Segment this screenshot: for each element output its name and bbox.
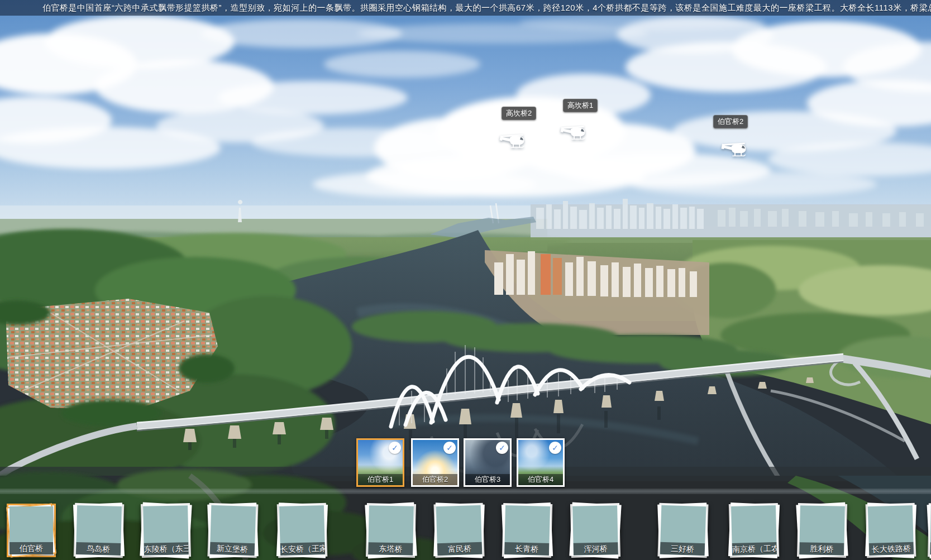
banner-text: 伯官桥是中国首座“六跨中承式飘带形提篮拱桥”，造型别致，宛如河上的一条飘带。拱圈… xyxy=(0,0,931,16)
filmstrip-tile-image: 长安桥（王家 xyxy=(279,505,325,556)
hotspot-label[interactable]: 高坎桥2 xyxy=(502,107,536,120)
filmstrip-tile-6[interactable]: 东塔桥 xyxy=(366,503,416,558)
filmstrip-tile-7[interactable]: 富民桥 xyxy=(434,503,485,558)
filmstrip-tile-image: 长青桥 xyxy=(504,505,550,556)
helicopter-icon[interactable] xyxy=(499,132,531,151)
filmstrip-tile-image: 胜利桥 xyxy=(799,505,845,556)
filmstrip-tile-14[interactable] xyxy=(928,503,931,558)
filmstrip-tile-10[interactable]: 三好桥 xyxy=(658,503,709,558)
filmstrip-tile-label: 南京桥（工农 xyxy=(732,542,777,556)
filmstrip-tile-3[interactable]: 东陵桥（东三 xyxy=(141,503,191,558)
filmstrip-tile-label: 富民桥 xyxy=(437,542,483,556)
selected-check-icon[interactable]: ✓ xyxy=(443,442,456,454)
filmstrip-tile-image: 长大铁路桥 xyxy=(868,505,914,556)
filmstrip-tile-9[interactable]: 浑河桥 xyxy=(570,503,620,558)
filmstrip-tile-2[interactable]: 鸟岛桥 xyxy=(74,503,124,558)
scene-thumb-label: 伯官桥4 xyxy=(518,474,563,485)
filmstrip-tile-label: 三好桥 xyxy=(660,542,705,556)
hotspot-label[interactable]: 伯官桥2 xyxy=(713,115,748,128)
filmstrip-tile-8[interactable]: 长青桥 xyxy=(502,503,552,558)
filmstrip-tile-image: 伯官桥 xyxy=(9,506,53,554)
filmstrip-tile-image: 三好桥 xyxy=(660,505,706,556)
scene-thumb-label: 伯官桥2 xyxy=(413,474,457,485)
filmstrip-tile-label: 长安桥（王家 xyxy=(280,542,326,556)
filmstrip-tile-label: 鸟岛桥 xyxy=(76,542,121,556)
filmstrip-tile-label: 长大铁路桥 xyxy=(869,542,914,556)
filmstrip-tile-1[interactable]: 伯官桥 xyxy=(7,504,56,557)
filmstrip-tile-12[interactable]: 胜利桥 xyxy=(797,503,847,558)
info-banner: 伯官桥是中国首座“六跨中承式飘带形提篮拱桥”，造型别致，宛如河上的一条飘带。拱圈… xyxy=(0,0,931,16)
filmstrip-tile-4[interactable]: 新立堡桥 xyxy=(208,503,259,558)
filmstrip-tile-5[interactable]: 长安桥（王家 xyxy=(277,503,327,558)
filmstrip-tile-image: 南京桥（工农 xyxy=(731,505,777,556)
filmstrip-tile-label: 东塔桥 xyxy=(368,542,413,556)
scene-thumb-4[interactable]: ✓伯官桥4 xyxy=(517,438,565,487)
panorama-viewer: 伯官桥是中国首座“六跨中承式飘带形提篮拱桥”，造型别致，宛如河上的一条飘带。拱圈… xyxy=(0,0,931,560)
filmstrip-tile-image: 浑河桥 xyxy=(572,505,618,556)
filmstrip-divider xyxy=(0,489,931,494)
filmstrip-tile-image: 富民桥 xyxy=(436,505,483,556)
filmstrip-tile-label: 长青桥 xyxy=(504,542,550,556)
selected-check-icon[interactable]: ✓ xyxy=(389,442,401,454)
filmstrip-tile-13[interactable]: 长大铁路桥 xyxy=(866,503,916,558)
scene-thumb-2[interactable]: ✓伯官桥2 xyxy=(411,438,459,487)
selected-check-icon[interactable]: ✓ xyxy=(496,442,508,454)
filmstrip-tile-11[interactable]: 南京桥（工农 xyxy=(729,503,779,558)
scene-thumb-label: 伯官桥3 xyxy=(465,474,510,485)
filmstrip-tile-label: 胜利桥 xyxy=(799,542,844,556)
scene-thumb-1[interactable]: ✓伯官桥1 xyxy=(356,438,404,487)
filmstrip-tile-label: 东陵桥（东三 xyxy=(144,542,188,556)
filmstrip-tile-image: 新立堡桥 xyxy=(210,505,256,556)
hotspot-label[interactable]: 高坎桥1 xyxy=(563,99,598,112)
helicopter-icon[interactable] xyxy=(720,141,753,160)
scene-thumb-label: 伯官桥1 xyxy=(358,474,403,485)
filmstrip-tile-image: 鸟岛桥 xyxy=(76,505,122,556)
filmstrip-tile-label: 伯官桥 xyxy=(9,542,53,554)
filmstrip-tile-label: 新立堡桥 xyxy=(210,542,255,556)
filmstrip-tile-image: 东陵桥（东三 xyxy=(143,505,189,556)
filmstrip-tile-label: 浑河桥 xyxy=(573,542,618,556)
selected-check-icon[interactable]: ✓ xyxy=(549,442,561,454)
filmstrip-tile-image: 东塔桥 xyxy=(368,505,414,556)
scene-thumb-3[interactable]: ✓伯官桥3 xyxy=(464,438,512,487)
helicopter-icon[interactable] xyxy=(560,124,592,143)
